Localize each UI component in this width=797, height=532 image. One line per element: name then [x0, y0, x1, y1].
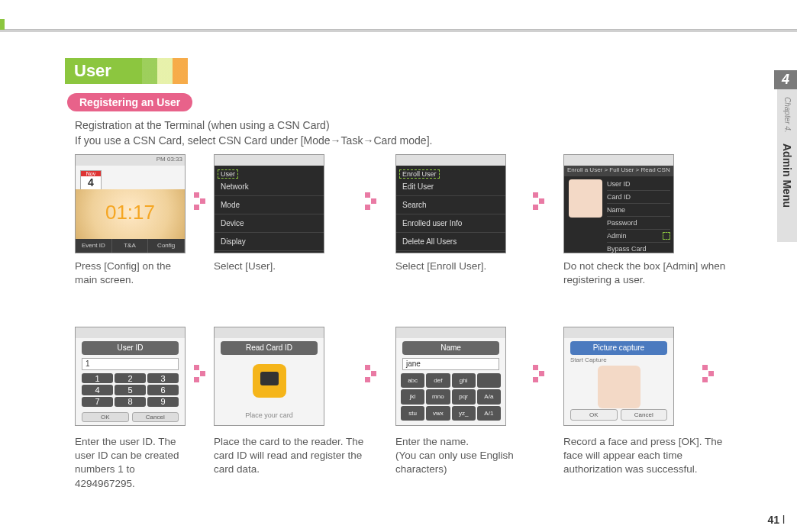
form-header: Enroll a User > Full User > Read CSN	[564, 166, 673, 176]
btn-tna: T&A	[112, 239, 149, 253]
menu-item: Search	[396, 196, 505, 214]
arrow-icon	[533, 365, 550, 388]
chapter-menu: Admin Menu	[781, 140, 793, 215]
subsection-pill: Registering an User	[67, 93, 192, 111]
cancel-button: Cancel	[621, 409, 668, 421]
menu-item: Enrolled user Info	[396, 214, 505, 233]
step-5: User ID 1 123 456 789 OK Cancel Enter th…	[75, 327, 193, 491]
capture-subtext: Start Capture	[570, 356, 667, 363]
screenshot-read-card: Read Card ID Place your card	[214, 327, 324, 426]
field-row: Name	[607, 204, 670, 217]
side-chapter-tab: 4 Chapter 4. Admin Menu	[774, 70, 797, 242]
menu-list: Edit User Search Enrolled user Info Dele…	[396, 178, 505, 251]
numeric-keypad: 123 456 789	[82, 373, 179, 407]
alpha-keypad: abcdefghi jklmnopqrA/a stuvwxyz_A/1	[401, 373, 501, 421]
menu-item: Display	[215, 233, 324, 251]
status-bar	[564, 327, 673, 338]
step-7: Name jane abcdefghi jklmnopqrA/a stuvwxy…	[395, 327, 525, 477]
face-preview-icon	[598, 366, 641, 408]
status-bar	[215, 155, 324, 166]
screenshot-name-entry: Name jane abcdefghi jklmnopqrA/a stuvwxy…	[395, 327, 506, 426]
dialog-title: Picture capture	[570, 341, 667, 355]
arrow-icon	[365, 365, 382, 388]
menu-item: Edit User	[396, 178, 505, 196]
section-accent	[142, 58, 188, 84]
field-row: Bypass Card	[607, 243, 670, 253]
status-bar	[564, 155, 673, 166]
status-bar	[215, 327, 324, 338]
cal-day: 4	[81, 176, 101, 189]
step-2: User Network Mode Device Display Log Sel…	[214, 154, 332, 273]
chapter-number: 4	[774, 70, 797, 89]
arrow-icon	[702, 365, 719, 388]
section-title: User	[65, 58, 142, 84]
menu-item: Device	[215, 214, 324, 233]
step-2-caption: Select [User].	[214, 260, 332, 273]
dialog-title: Read Card ID	[221, 341, 318, 355]
menu-item: Delete All Users	[396, 233, 505, 251]
step-4: Enroll a User > Full User > Read CSN Use…	[563, 154, 754, 287]
status-bar	[396, 327, 505, 338]
cal-month: Nov	[81, 171, 101, 176]
form-fields: User ID Card ID Name Password Admin Bypa…	[607, 178, 670, 253]
menu-item: Network	[215, 178, 324, 196]
screenshot-picture-capture: Picture capture Start Capture OK Cancel	[563, 327, 674, 426]
step-3: Enroll User Edit User Search Enrolled us…	[395, 154, 514, 273]
clock-display: 01:17	[76, 189, 185, 243]
user-id-input: 1	[82, 358, 179, 370]
placeholder-text: Place your card	[215, 411, 324, 419]
menu-item: Mode	[215, 196, 324, 214]
cancel-button: Cancel	[132, 412, 179, 422]
section-heading: User	[65, 58, 188, 84]
step-4-caption: Do not check the box [Admin] when regist…	[563, 260, 754, 287]
dialog-title: Name	[402, 341, 499, 355]
field-row: User ID	[607, 178, 670, 191]
status-bar	[76, 327, 185, 338]
menu-item: Log	[215, 251, 324, 253]
status-bar	[396, 155, 505, 166]
step-6: Read Card ID Place your card Place the c…	[214, 327, 366, 477]
arrow-icon	[365, 192, 382, 215]
step-7-caption: Enter the name. (You can only use Englis…	[395, 435, 525, 477]
intro-text: Registration at the Terminal (when using…	[75, 118, 736, 149]
screenshot-user-menu: Enroll User Edit User Search Enrolled us…	[395, 154, 506, 253]
arrow-icon	[194, 365, 211, 388]
dialog-buttons: OK Cancel	[570, 409, 667, 421]
step-1: PM 03:33 Nov 4 01:17 Event ID T&A Config…	[75, 154, 193, 287]
name-input: jane	[402, 358, 499, 370]
top-divider	[0, 29, 797, 32]
screenshot-user-id: User ID 1 123 456 789 OK Cancel	[75, 327, 186, 426]
ok-button: OK	[570, 409, 618, 421]
field-row-admin: Admin	[607, 230, 670, 243]
chapter-label: Chapter 4.	[783, 92, 792, 137]
arrow-icon	[533, 192, 550, 215]
intro-line-1: Registration at the Terminal (when using…	[75, 118, 736, 133]
admin-checkbox-highlight	[663, 232, 670, 240]
field-row: Password	[607, 217, 670, 230]
arrow-icon	[194, 192, 211, 215]
dialog-buttons: OK Cancel	[82, 412, 179, 422]
step-8: Picture capture Start Capture OK Cancel …	[563, 327, 731, 477]
face-photo-icon	[569, 179, 602, 218]
field-row: Card ID	[607, 191, 670, 204]
card-reader-icon	[253, 364, 286, 398]
step-1-caption: Press [Config] on the main screen.	[75, 260, 193, 287]
bottom-toolbar: Event ID T&A Config	[76, 239, 185, 253]
page-number: 41 l	[767, 514, 785, 526]
dialog-title: User ID	[82, 341, 179, 355]
step-6-caption: Place the card to the reader. The card I…	[214, 435, 366, 477]
status-bar: PM 03:33	[76, 155, 185, 166]
intro-line-2: If you use a CSN Card, select CSN Card u…	[75, 133, 736, 148]
btn-config: Config	[148, 239, 185, 253]
step-5-caption: Enter the user ID. The user ID can be cr…	[75, 435, 193, 491]
screenshot-config-menu: User Network Mode Device Display Log	[214, 154, 324, 253]
step-3-caption: Select [Enroll User].	[395, 260, 514, 273]
menu-list: Network Mode Device Display Log	[215, 178, 324, 253]
step-8-caption: Record a face and press [OK]. The face w…	[563, 435, 731, 477]
ok-button: OK	[82, 412, 129, 422]
btn-event-id: Event ID	[76, 239, 112, 253]
screenshot-home: PM 03:33 Nov 4 01:17 Event ID T&A Config	[75, 154, 186, 253]
side-bar: Chapter 4. Admin Menu	[777, 89, 797, 242]
screenshot-enroll-form: Enroll a User > Full User > Read CSN Use…	[563, 154, 674, 253]
